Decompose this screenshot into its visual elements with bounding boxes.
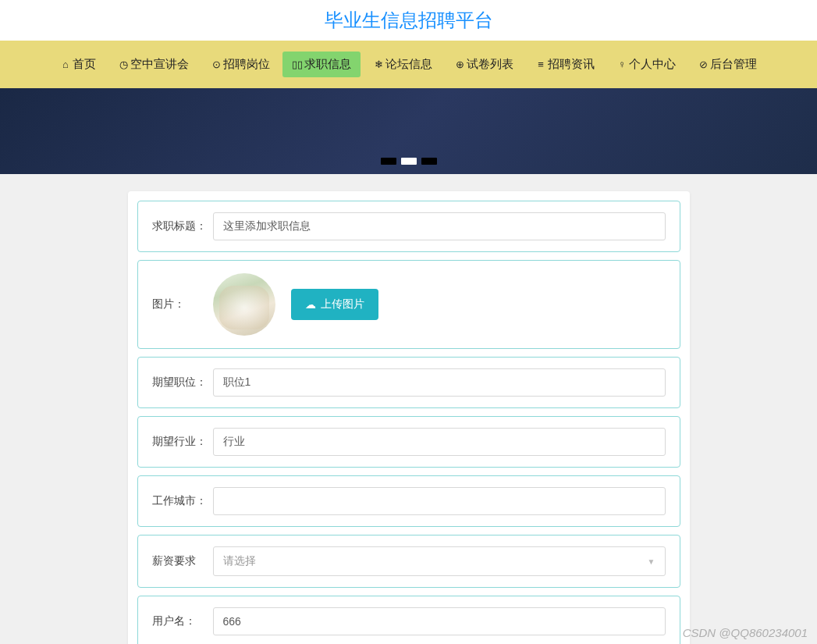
salary-select[interactable]: 请选择 ▼	[213, 546, 666, 576]
columns-icon: ▯▯	[292, 59, 303, 70]
clock-icon: ◷	[118, 59, 129, 70]
carousel-dot-1[interactable]	[401, 158, 417, 165]
upload-btn-label: 上传图片	[321, 297, 364, 311]
salary-group: 薪资要求 请选择 ▼	[137, 535, 680, 588]
nav-label: 个人中心	[629, 57, 676, 72]
nav-recruit-post[interactable]: ⊙ 招聘岗位	[201, 52, 279, 77]
nav-admin[interactable]: ⊘ 后台管理	[688, 52, 766, 77]
salary-label: 薪资要求	[152, 554, 213, 568]
image-group: 图片： ☁ 上传图片	[137, 260, 680, 349]
home-icon: ⌂	[60, 59, 71, 70]
nav-label: 求职信息	[304, 57, 351, 72]
username-group: 用户名：	[137, 596, 680, 644]
target-icon: ⊙	[211, 59, 222, 70]
nav-exam[interactable]: ⊕ 试卷列表	[445, 52, 523, 77]
list-icon: ≡	[535, 59, 546, 70]
banner-carousel	[0, 88, 817, 174]
user-icon: ♀	[616, 59, 627, 70]
position-label: 期望职位：	[152, 375, 213, 390]
username-label: 用户名：	[152, 614, 213, 628]
job-title-group: 求职标题：	[137, 201, 680, 252]
salary-placeholder: 请选择	[223, 554, 256, 568]
cloud-upload-icon: ☁	[305, 298, 316, 311]
nav-home[interactable]: ⌂ 首页	[51, 52, 105, 77]
industry-label: 期望行业：	[152, 435, 213, 449]
position-group: 期望职位：	[137, 357, 680, 408]
nav-seminar[interactable]: ◷ 空中宣讲会	[108, 52, 198, 77]
nav-news[interactable]: ≡ 招聘资讯	[526, 52, 604, 77]
carousel-dot-0[interactable]	[381, 158, 396, 165]
carousel-indicators	[381, 158, 437, 165]
nav-profile[interactable]: ♀ 个人中心	[607, 52, 685, 77]
nav-label: 招聘岗位	[223, 57, 270, 72]
nav-label: 试卷列表	[467, 57, 513, 72]
industry-input[interactable]	[213, 428, 666, 456]
link-icon: ⊘	[698, 59, 709, 70]
industry-group: 期望行业：	[137, 416, 680, 468]
nav-label: 论坛信息	[385, 57, 432, 72]
city-input[interactable]	[213, 487, 666, 515]
city-group: 工作城市：	[137, 475, 680, 527]
avatar-preview	[213, 273, 275, 336]
main-nav: ⌂ 首页 ◷ 空中宣讲会 ⊙ 招聘岗位 ▯▯ 求职信息 ❄ 论坛信息 ⊕ 试卷列…	[0, 41, 817, 88]
globe-icon: ⊕	[454, 59, 465, 70]
username-input[interactable]	[213, 607, 666, 635]
form-container: 求职标题： 图片： ☁ 上传图片 期望职位： 期望行业： 工作城市： 薪资要求 …	[128, 191, 690, 644]
watermark: CSDN @QQ860234001	[683, 626, 808, 639]
nav-label: 首页	[73, 57, 96, 72]
upload-image-button[interactable]: ☁ 上传图片	[291, 289, 378, 320]
position-input[interactable]	[213, 368, 666, 397]
nav-label: 招聘资讯	[548, 57, 595, 72]
image-section: ☁ 上传图片	[213, 273, 378, 336]
nav-label: 后台管理	[710, 57, 757, 72]
chevron-down-icon: ▼	[648, 557, 655, 566]
job-title-input[interactable]	[213, 212, 666, 240]
header: 毕业生信息招聘平台	[0, 0, 817, 41]
city-label: 工作城市：	[152, 494, 213, 508]
job-title-label: 求职标题：	[152, 219, 213, 233]
carousel-dot-2[interactable]	[421, 158, 437, 165]
page-title: 毕业生信息招聘平台	[0, 8, 817, 33]
nav-job-info[interactable]: ▯▯ 求职信息	[282, 52, 361, 77]
snowflake-icon: ❄	[373, 59, 384, 70]
image-label: 图片：	[152, 297, 213, 311]
nav-forum[interactable]: ❄ 论坛信息	[364, 52, 442, 77]
nav-label: 空中宣讲会	[130, 57, 189, 72]
